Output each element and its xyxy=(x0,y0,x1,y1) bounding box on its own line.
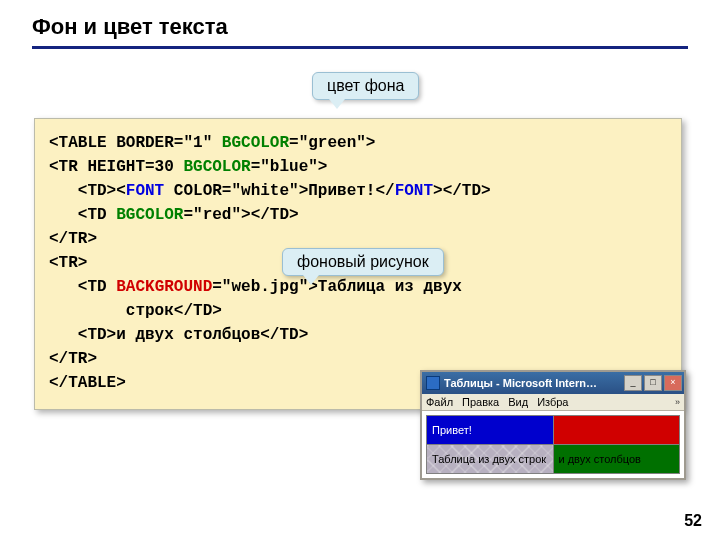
menu-edit[interactable]: Правка xyxy=(462,396,499,408)
code-l3b: COLOR="white">Привет!</ xyxy=(164,182,394,200)
cell-green: и двух столбцов xyxy=(553,445,680,474)
menu-favorites[interactable]: Избра xyxy=(537,396,568,408)
menu-view[interactable]: Вид xyxy=(508,396,528,408)
code-l7b: ="web.jpg">Таблица из двух xyxy=(212,278,462,296)
attr-bgcolor-3: BGCOLOR xyxy=(116,206,183,224)
titlebar: Таблицы - Microsoft Intern… _ □ × xyxy=(422,372,684,394)
callout-bgcolor: цвет фона xyxy=(312,72,419,100)
code-l4b: ="red"></TD> xyxy=(183,206,298,224)
page-number: 52 xyxy=(684,512,702,530)
cell-webbg: Таблица из двух строк xyxy=(427,445,554,474)
code-l7a: <TD xyxy=(49,278,116,296)
code-l2b: ="blue"> xyxy=(251,158,328,176)
ie-icon xyxy=(426,376,440,390)
table-row: Таблица из двух строк и двух столбцов xyxy=(427,445,680,474)
minimize-button[interactable]: _ xyxy=(624,375,642,391)
client-area: Привет! Таблица из двух строк и двух сто… xyxy=(422,411,684,478)
menu-overflow-icon[interactable]: » xyxy=(675,397,680,407)
title-rule xyxy=(32,46,688,49)
cell-hello: Привет! xyxy=(427,416,554,445)
attr-bgcolor-2: BGCOLOR xyxy=(183,158,250,176)
cell-red xyxy=(553,416,680,445)
code-l3a: <TD>< xyxy=(49,182,126,200)
menubar: Файл Правка Вид Избра » xyxy=(422,394,684,411)
attr-bgcolor-1: BGCOLOR xyxy=(222,134,289,152)
tag-font-close: FONT xyxy=(395,182,433,200)
tag-font-open: FONT xyxy=(126,182,164,200)
maximize-button[interactable]: □ xyxy=(644,375,662,391)
code-l2a: <TR HEIGHT=30 xyxy=(49,158,183,176)
window-title: Таблицы - Microsoft Intern… xyxy=(444,377,624,389)
slide-title: Фон и цвет текста xyxy=(0,0,720,46)
code-l5: </TR> xyxy=(49,230,97,248)
code-l10: </TR> xyxy=(49,350,97,368)
attr-background: BACKGROUND xyxy=(116,278,212,296)
code-l9: <TD>и двух столбцов</TD> xyxy=(49,326,308,344)
code-l11: </TABLE> xyxy=(49,374,126,392)
code-l4a: <TD xyxy=(49,206,116,224)
table-row: Привет! xyxy=(427,416,680,445)
code-l1a: <TABLE BORDER="1" xyxy=(49,134,222,152)
code-l1b: ="green"> xyxy=(289,134,375,152)
ie-window: Таблицы - Microsoft Intern… _ □ × Файл П… xyxy=(420,370,686,480)
demo-table: Привет! Таблица из двух строк и двух сто… xyxy=(426,415,680,474)
close-button[interactable]: × xyxy=(664,375,682,391)
code-l3c: ></TD> xyxy=(433,182,491,200)
code-l8: строк</TD> xyxy=(49,302,222,320)
menu-file[interactable]: Файл xyxy=(426,396,453,408)
callout-background: фоновый рисунок xyxy=(282,248,444,276)
code-l6: <TR> xyxy=(49,254,87,272)
